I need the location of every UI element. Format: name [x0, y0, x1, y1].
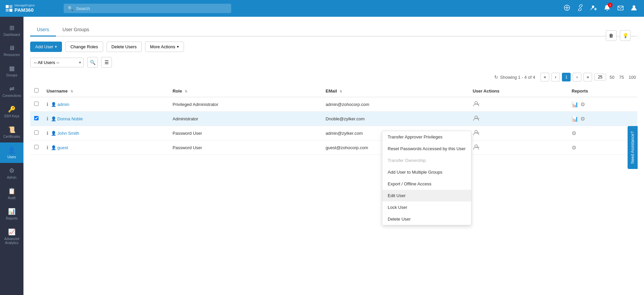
- sidebar-item-connections[interactable]: ⇌ Connections: [0, 81, 23, 102]
- ctx-transfer-approver[interactable]: Transfer Approver Privileges: [382, 131, 471, 143]
- action-icons: [473, 144, 564, 151]
- sidebar-item-resources[interactable]: 🖥 Resources: [0, 41, 23, 61]
- username-col-header: Username ⇅: [43, 85, 169, 97]
- row-checkbox[interactable]: [34, 116, 39, 120]
- search-bar[interactable]: 🔍: [64, 4, 231, 13]
- pg-next-button[interactable]: ›: [573, 73, 581, 81]
- discover-icon[interactable]: [564, 4, 570, 13]
- sidebar-item-audit[interactable]: 📋 Audit: [0, 183, 23, 204]
- pg-size-input[interactable]: [594, 74, 606, 80]
- sidebar-item-label: Resources: [4, 53, 20, 57]
- sidebar-item-ssh-keys[interactable]: 🔑 SSH Keys: [0, 102, 23, 122]
- search-input[interactable]: [76, 6, 227, 11]
- sidebar-item-admin[interactable]: ⚙ Admin: [0, 163, 23, 183]
- pg-size-50[interactable]: 50: [608, 74, 616, 80]
- role-cell: Administrator: [169, 112, 322, 126]
- delete-users-button[interactable]: Delete Users: [107, 42, 142, 52]
- pg-last-button[interactable]: »: [583, 73, 592, 81]
- user-action-icon[interactable]: [473, 129, 479, 137]
- manage-engine-label: ManageEngine: [14, 4, 35, 7]
- ctx-export-offline[interactable]: Export / Offline Access: [382, 178, 471, 190]
- help-top-icon[interactable]: 💡: [620, 30, 631, 41]
- username-link[interactable]: guest: [57, 145, 68, 150]
- delete-top-icon[interactable]: 🗑: [606, 30, 617, 41]
- info-icon[interactable]: ℹ: [47, 145, 48, 150]
- sidebar-item-groups[interactable]: ▦ Groups: [0, 61, 23, 81]
- resources-icon: 🖥: [9, 45, 15, 52]
- tab-user-groups[interactable]: User Groups: [56, 23, 96, 36]
- pg-first-button[interactable]: «: [540, 73, 549, 81]
- svg-point-12: [633, 5, 635, 8]
- pg-prev-button[interactable]: ‹: [551, 73, 560, 81]
- filter-search-button[interactable]: 🔍: [87, 57, 98, 68]
- ctx-lock-user[interactable]: Lock User: [382, 201, 471, 213]
- analytics-icon: 📈: [8, 228, 15, 236]
- report-action-icon[interactable]: ⚙: [580, 116, 585, 122]
- content-wrapper: 🗑 💡 Users User Groups Add User Change Ro…: [30, 23, 637, 155]
- tab-users[interactable]: Users: [30, 23, 56, 37]
- user-action-icon[interactable]: [473, 144, 479, 151]
- username-link[interactable]: admin: [57, 102, 69, 107]
- email-sort-icon[interactable]: ⇅: [339, 90, 342, 93]
- sidebar-item-advanced-analytics[interactable]: 📈 Advanced Analytics: [0, 224, 23, 249]
- select-all-checkbox[interactable]: [34, 88, 39, 93]
- ctx-transfer-ownership: Transfer Ownership: [382, 155, 471, 166]
- sidebar-item-reports[interactable]: 📊 Reports: [0, 204, 23, 224]
- info-icon[interactable]: ℹ: [47, 130, 48, 136]
- report-action-icon[interactable]: ⚙: [572, 130, 576, 136]
- sidebar-item-certificates[interactable]: 📜 Certificates: [0, 122, 23, 142]
- mail-icon[interactable]: [617, 4, 624, 13]
- sidebar-item-label: Dashboard: [4, 33, 20, 37]
- email-cell: Dnoble@zyIker.com: [322, 112, 469, 126]
- search-icon: 🔍: [68, 6, 73, 11]
- username-link[interactable]: John Smith: [57, 131, 79, 136]
- username-link[interactable]: Donna Noble: [57, 116, 83, 121]
- bar-chart-icon[interactable]: 📊: [572, 116, 578, 122]
- ctx-delete-user[interactable]: Delete User: [382, 213, 471, 225]
- pg-size-75[interactable]: 75: [618, 74, 625, 80]
- table-row: ℹ 👤 admin Privileged Administrator admin…: [30, 97, 637, 112]
- change-roles-button[interactable]: Change Roles: [65, 42, 103, 52]
- dashboard-icon: ⊞: [9, 24, 14, 32]
- report-action-icon[interactable]: ⚙: [572, 144, 576, 151]
- add-user-button[interactable]: Add User: [30, 42, 62, 52]
- refresh-icon[interactable]: ↻: [494, 74, 498, 80]
- all-users-filter[interactable]: -- All Users --: [30, 58, 84, 67]
- bell-icon[interactable]: 1: [604, 4, 610, 13]
- ctx-edit-user[interactable]: Edit User: [382, 190, 471, 201]
- users-filter-select[interactable]: -- All Users --: [30, 58, 84, 67]
- sidebar-item-label: SSH Keys: [4, 114, 19, 118]
- report-action-icon[interactable]: ⚙: [580, 101, 585, 108]
- user-icon-inline: 👤: [51, 102, 56, 107]
- sidebar-item-users[interactable]: 👤 Users: [0, 142, 23, 163]
- role-sort-icon[interactable]: ⇅: [185, 90, 187, 93]
- profile-icon[interactable]: [631, 4, 637, 13]
- sidebar-item-label: Audit: [8, 196, 16, 200]
- row-checkbox[interactable]: [34, 130, 39, 135]
- top-right-actions: 🗑 💡: [606, 30, 631, 41]
- sidebar-item-dashboard[interactable]: ⊞ Dashboard: [0, 20, 23, 41]
- ctx-add-to-groups[interactable]: Add User to Multiple Groups: [382, 166, 471, 178]
- product-name: PAM360: [14, 7, 35, 13]
- user-action-icon[interactable]: [473, 101, 479, 108]
- info-icon[interactable]: ℹ: [47, 116, 48, 121]
- username-sort-icon[interactable]: ⇅: [70, 90, 73, 93]
- ctx-reset-passwords[interactable]: Reset Passwords Accessed by this User: [382, 143, 471, 155]
- pg-size-100[interactable]: 100: [627, 74, 637, 80]
- top-header: ManageEngine PAM360 🔍: [0, 0, 644, 17]
- sidebar-item-label: Advanced Analytics: [0, 237, 23, 245]
- toolbar: Add User Change Roles Delete Users More …: [30, 42, 637, 52]
- need-assistance-button[interactable]: Need Assistance?: [628, 126, 638, 169]
- more-actions-button[interactable]: More Actions: [145, 42, 184, 52]
- row-checkbox[interactable]: [34, 102, 39, 106]
- info-icon[interactable]: ℹ: [47, 102, 48, 107]
- brand-logo[interactable]: ManageEngine PAM360: [0, 4, 57, 13]
- bar-chart-icon[interactable]: 📊: [572, 101, 578, 108]
- pg-page-1[interactable]: 1: [562, 73, 571, 81]
- user-action-icon[interactable]: [473, 115, 479, 122]
- list-view-button[interactable]: ☰: [101, 57, 112, 68]
- row-checkbox[interactable]: [34, 145, 39, 149]
- link-icon[interactable]: [577, 4, 584, 13]
- person-add-icon[interactable]: [590, 4, 597, 13]
- ssh-keys-icon: 🔑: [8, 106, 15, 113]
